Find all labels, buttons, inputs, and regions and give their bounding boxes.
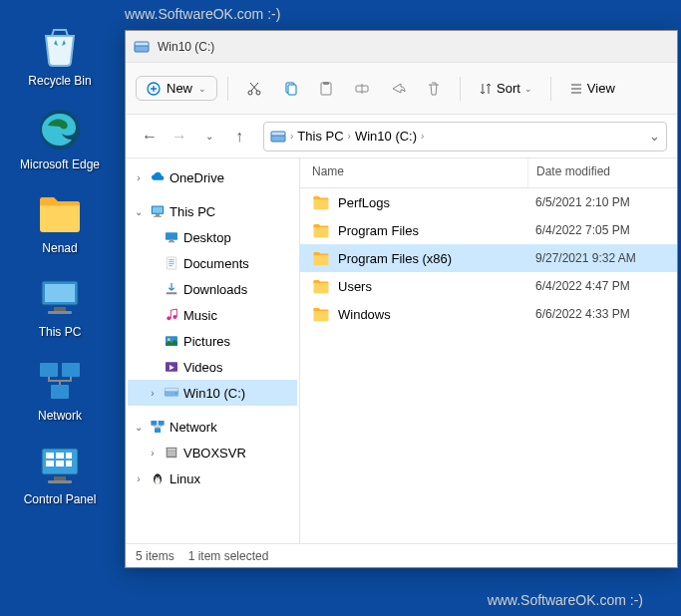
svg-rect-47	[159, 421, 165, 426]
expand-chevron-icon[interactable]: ›	[146, 388, 160, 399]
title-bar[interactable]: Win10 (C:)	[126, 31, 677, 63]
svg-rect-2	[45, 284, 75, 302]
drive-icon	[164, 385, 179, 401]
expand-chevron-icon[interactable]: ⌄	[132, 206, 146, 217]
cut-button[interactable]	[238, 73, 270, 105]
tree-item[interactable]: › OneDrive	[128, 164, 297, 190]
drive-icon	[270, 129, 286, 145]
desktop-icon-cpanel[interactable]: Control Panel	[18, 441, 102, 506]
up-button[interactable]: ↑	[225, 123, 253, 151]
sort-button[interactable]: Sort ⌄	[471, 77, 540, 100]
svg-point-39	[172, 315, 176, 319]
tree-item-label: VBOXSVR	[183, 446, 246, 461]
desktop-icon-thispc[interactable]: This PC	[18, 273, 102, 339]
tree-item[interactable]: Desktop	[128, 224, 297, 250]
tree-item-label: Linux	[170, 471, 200, 486]
tree-item[interactable]: Downloads	[128, 276, 297, 302]
recycle-icon	[36, 22, 84, 70]
network-icon	[36, 357, 84, 405]
separator	[460, 77, 461, 101]
desktop-icon-recycle[interactable]: Recycle Bin	[18, 22, 102, 88]
svg-point-41	[168, 338, 170, 341]
tree-item-label: Music	[183, 308, 217, 323]
new-button[interactable]: New ⌄	[136, 76, 217, 101]
tree-item-label: This PC	[170, 204, 215, 219]
share-icon	[390, 81, 406, 97]
svg-rect-18	[135, 42, 149, 46]
back-button[interactable]: ←	[136, 123, 164, 151]
tree-item-label: Network	[170, 420, 217, 435]
share-button[interactable]	[382, 73, 414, 105]
svg-point-55	[156, 476, 157, 477]
svg-rect-10	[56, 453, 64, 459]
file-row[interactable]: Users 6/4/2022 4:47 PM	[300, 272, 677, 300]
file-row[interactable]: PerfLogs 6/5/2021 2:10 PM	[300, 188, 677, 216]
file-row[interactable]: Program Files (x86) 9/27/2021 9:32 AM	[300, 244, 677, 272]
svg-point-54	[155, 477, 160, 484]
sort-label: Sort	[497, 81, 520, 96]
copy-button[interactable]	[274, 73, 306, 105]
desktop-icon-folder[interactable]: Nenad	[18, 189, 102, 255]
tree-item[interactable]: Documents	[128, 250, 297, 276]
copy-icon	[282, 81, 298, 97]
svg-rect-13	[56, 461, 64, 466]
breadcrumb-part[interactable]: Win10 (C:)	[355, 129, 417, 144]
tree-item-label: Desktop	[183, 230, 231, 245]
expand-chevron-icon[interactable]: ›	[132, 473, 146, 484]
expand-chevron-icon[interactable]: ⌄	[132, 422, 146, 433]
svg-rect-14	[66, 461, 72, 466]
toolbar: New ⌄ Sort ⌄ View	[126, 63, 677, 115]
svg-rect-50	[168, 449, 175, 451]
tree-item[interactable]: ⌄ This PC	[128, 198, 297, 224]
column-date[interactable]: Date modified	[527, 158, 677, 187]
watermark-top: www.SoftwareOK.com :-)	[125, 6, 280, 22]
tree-item[interactable]: › Linux	[128, 465, 297, 491]
cpanel-icon	[36, 441, 84, 488]
plus-icon	[147, 82, 161, 96]
svg-rect-3	[54, 307, 66, 311]
edge-icon	[36, 106, 84, 154]
thispc-icon	[36, 273, 84, 321]
tree-item[interactable]: Pictures	[128, 328, 297, 354]
recent-button[interactable]: ⌄	[195, 123, 223, 151]
file-name: Program Files (x86)	[338, 251, 452, 266]
docs-icon	[164, 255, 179, 271]
tree-item[interactable]: › Win10 (C:)	[128, 380, 297, 406]
svg-rect-16	[48, 480, 72, 483]
tree-item[interactable]: Music	[128, 302, 297, 328]
file-row[interactable]: Program Files 6/4/2022 7:05 PM	[300, 216, 677, 244]
rename-button[interactable]	[346, 73, 378, 105]
folder-icon	[312, 305, 330, 323]
svg-point-45	[175, 393, 176, 394]
sort-icon	[479, 82, 493, 96]
breadcrumb-dropdown[interactable]: ⌄	[649, 129, 660, 144]
expand-chevron-icon[interactable]: ›	[146, 448, 160, 459]
downloads-icon	[164, 281, 179, 297]
breadcrumb[interactable]: › This PC › Win10 (C:) › ⌄	[263, 122, 667, 152]
column-name[interactable]: Name	[300, 158, 527, 187]
svg-rect-51	[168, 452, 175, 454]
file-date: 6/4/2022 7:05 PM	[527, 223, 677, 237]
expand-chevron-icon[interactable]: ›	[132, 172, 146, 183]
view-icon	[569, 82, 583, 96]
folder-icon	[36, 189, 84, 237]
folder-icon	[312, 193, 330, 211]
tree-item[interactable]: ⌄ Network	[128, 414, 297, 440]
desktop-icon-network[interactable]: Network	[18, 357, 102, 423]
tree-item[interactable]: › VBOXSVR	[128, 440, 297, 465]
file-row[interactable]: Windows 6/6/2022 4:33 PM	[300, 300, 677, 328]
navigation-tree: › OneDrive⌄ This PC Desktop Documents Do…	[126, 158, 300, 543]
server-icon	[164, 445, 179, 461]
tree-item-label: Downloads	[183, 282, 247, 297]
svg-rect-5	[40, 363, 58, 377]
forward-button[interactable]: →	[166, 123, 193, 151]
delete-button[interactable]	[418, 73, 450, 105]
desktop-icon-edge[interactable]: Microsoft Edge	[18, 106, 102, 171]
file-list: Name Date modified PerfLogs 6/5/2021 2:1…	[300, 158, 677, 543]
view-button[interactable]: View	[561, 77, 623, 100]
breadcrumb-part[interactable]: This PC	[297, 129, 343, 144]
paste-icon	[318, 81, 334, 97]
paste-button[interactable]	[310, 73, 342, 105]
file-name: Program Files	[338, 223, 419, 238]
tree-item[interactable]: Videos	[128, 354, 297, 380]
